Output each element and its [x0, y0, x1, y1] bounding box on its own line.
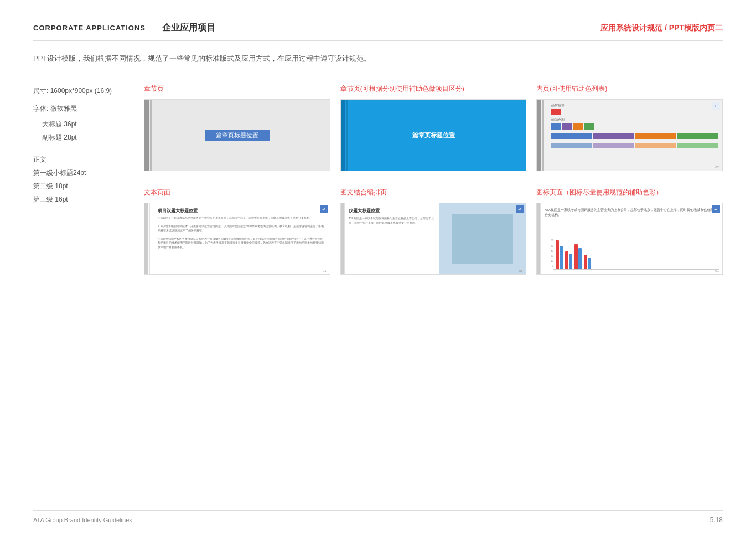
- chapter-gray-inner: 篇章页标题位置: [144, 100, 330, 171]
- right-section-title: 应用系统设计规范 / PPT模版内页二: [600, 23, 723, 33]
- it-return-icon: ⤶: [516, 205, 524, 213]
- chapter-gray-slide: 篇章页标题位置: [144, 99, 330, 171]
- chapter-blue-inner: 篇章页标题位置: [341, 100, 526, 171]
- it-img-half: [439, 203, 526, 274]
- y-label-0: 0: [545, 264, 553, 268]
- tp-page-num: 01: [323, 269, 327, 272]
- chapter-blue-slide: 篇章页标题位置: [340, 99, 527, 171]
- tp-page-title: 项目议题大标题位置: [158, 208, 325, 214]
- font-label: 字体: 微软雅黑: [33, 102, 133, 115]
- level3-info: 第三级 16pt: [33, 193, 133, 206]
- tp-left-accent: [144, 203, 148, 274]
- color-row-label-1: 品牌色彩: [551, 103, 718, 108]
- swatch-blue: [551, 123, 561, 130]
- chapter-gray-col: 章节页 篇章页标题位置: [144, 84, 330, 171]
- chapter-blue-title: 篇章页标题位置: [412, 131, 455, 140]
- body-text-info: 正文: [33, 153, 133, 166]
- img-text-label: 图文结合编排页: [340, 188, 527, 197]
- bar-group-4: [584, 255, 591, 269]
- bar-group-2: [565, 251, 572, 269]
- bar-blue-3: [578, 248, 582, 269]
- bar-red-4: [584, 255, 587, 269]
- chart-label: 图标页面（图标尽量使用规范的辅助色彩）: [536, 188, 723, 197]
- color-table-inner: ⤶ 品牌色彩 辅助色彩: [537, 100, 722, 171]
- section-row-2: 文本页面 ⤶ 项目议题大标题位置 ATA集团是一家以考试与测评服务为主营业务的上…: [144, 188, 723, 275]
- bar-group-3: [574, 244, 582, 269]
- color-table-page-num: 02: [715, 166, 719, 169]
- y-label-30: 30: [545, 249, 553, 253]
- it-page-title: 仪题大标题位置: [349, 208, 436, 214]
- swatch-light-orange: [635, 143, 676, 148]
- bar-blue-4: [588, 258, 591, 269]
- bar-blue-2: [569, 254, 572, 269]
- header-left: CORPORATE APPLICATIONS 企业应用项目: [33, 22, 600, 34]
- ch-return-icon: ⤶: [712, 205, 720, 213]
- ch-page-num: 01: [715, 269, 719, 272]
- img-text-col: 图文结合编排页 仪题大标题位置 ATA集团是一家以考试与测评服务为主营业务的上市…: [340, 188, 527, 275]
- tp-content: 项目议题大标题位置 ATA集团是一家以考试与测评服务为主营业务的上市公司，总部位…: [153, 203, 330, 254]
- return-icon: ⤶: [712, 102, 720, 110]
- color-swatch-row-2: [551, 123, 718, 130]
- chapter-blue-label: 章节页(可根据分别使用辅助色做项目区分): [340, 84, 527, 94]
- y-label-50: 50: [545, 239, 553, 242]
- bar-blue-1: [560, 246, 563, 269]
- bar-red-1: [556, 240, 559, 269]
- it-content-half: 仪题大标题位置 ATA集团是一家以考试与测评服务为主营业务的上市公司，总部位于北…: [345, 203, 439, 274]
- chapter-gray-label: 章节页: [144, 84, 330, 94]
- it-page-num: 01: [519, 269, 523, 272]
- y-axis-labels: 50 40 30 20 10 0: [545, 236, 553, 270]
- color-swatch-row-1: [551, 109, 718, 115]
- left-info-panel: 尺寸: 1600px*900px (16:9) 字体: 微软雅黑 大标题 36p…: [33, 84, 133, 291]
- y-label-20: 20: [545, 254, 553, 258]
- chart-slide: ATA集团是一家以考试与测评服务为主营业务的上市公司，总部位于北京，运营中心在上…: [536, 203, 723, 275]
- main-content: 尺寸: 1600px*900px (16:9) 字体: 微软雅黑 大标题 36p…: [33, 84, 723, 291]
- color-swatch-row-4: [551, 143, 718, 148]
- bar-chart-area: [553, 234, 719, 270]
- left-bar: [150, 100, 152, 171]
- header: CORPORATE APPLICATIONS 企业应用项目 应用系统设计规范 /…: [33, 22, 723, 41]
- text-page-slide: ⤶ 项目议题大标题位置 ATA集团是一家以考试与测评服务为主营业务的上市公司，总…: [144, 203, 330, 275]
- chapter-blue-col: 章节页(可根据分别使用辅助色做项目区分) 篇章页标题位置: [340, 84, 527, 171]
- bar-red-2: [565, 251, 568, 269]
- chapter-gray-title: 篇章页标题位置: [205, 130, 270, 141]
- blue-left-accent: [341, 100, 345, 171]
- swatch-light-purple: [593, 143, 634, 148]
- tp-page-body: ATA集团是一家以考试与测评服务为主营业务的上市公司，总部位于北京，运营中心在上…: [158, 216, 325, 249]
- chart-area: 50 40 30 20 10 0: [545, 220, 719, 270]
- swatch-light-green: [677, 143, 718, 148]
- swatch-light-blue: [551, 143, 592, 148]
- swatch-wide-green: [677, 133, 718, 139]
- y-label-40: 40: [545, 244, 553, 248]
- color-row-label-2: 辅助色彩: [551, 117, 718, 122]
- level2-info: 第二级 18pt: [33, 179, 133, 193]
- text-page-col: 文本页面 ⤶ 项目议题大标题位置 ATA集团是一家以考试与测评服务为主营业务的上…: [144, 188, 330, 275]
- right-grid: 章节页 篇章页标题位置 章节页(可根据分别使用辅助色做项目区分): [144, 84, 723, 291]
- bar-red-3: [574, 244, 578, 269]
- ct-left-bar: [542, 100, 544, 171]
- bar-group-1: [556, 240, 563, 269]
- left-accent-bar: [144, 100, 149, 171]
- color-table-label: 内页(可使用辅助色列表): [536, 84, 723, 94]
- color-table-col: 内页(可使用辅助色列表) ⤶ 品牌色彩 辅助色彩: [536, 84, 723, 171]
- swatch-wide-purple: [593, 133, 634, 139]
- ch-chart-title: ATA集团是一家以考试与测评服务为主营业务的上市公司，总部位于北京，运营中心在上…: [545, 208, 719, 218]
- img-text-slide: 仪题大标题位置 ATA集团是一家以考试与测评服务为主营业务的上市公司，总部位于北…: [340, 203, 527, 275]
- sub-title-info: 副标题 28pt: [33, 131, 133, 144]
- swatch-orange: [573, 123, 583, 130]
- description-text: PPT设计模版，我们根据不同情况，规范了一些常见的标准版式及应用方式，在应用过程…: [33, 52, 723, 65]
- swatch-red: [551, 109, 561, 115]
- big-title-info: 大标题 36pt: [33, 117, 133, 131]
- it-page-body: ATA集团是一家以考试与测评服务为主营业务的上市公司，总部位于北京，运营中心在上…: [349, 216, 436, 225]
- chart-col: 图标页面（图标尽量使用规范的辅助色彩） ATA集团是一家以考试与测评服务为主营业…: [536, 188, 723, 275]
- it-img-placeholder: [452, 214, 513, 264]
- color-swatch-row-3: [551, 133, 718, 139]
- color-table-slide: ⤶ 品牌色彩 辅助色彩: [536, 99, 723, 171]
- tp-return-icon: ⤶: [320, 205, 328, 213]
- text-page-label: 文本页面: [144, 188, 330, 197]
- tp-left-bar: [149, 203, 150, 274]
- level1-info: 第一级小标题24pt: [33, 166, 133, 179]
- page: CORPORATE APPLICATIONS 企业应用项目 应用系统设计规范 /…: [0, 0, 756, 535]
- footer-page-number: 5.18: [710, 516, 723, 524]
- blue-left-bar: [346, 100, 348, 171]
- chinese-section-title: 企业应用项目: [162, 22, 215, 34]
